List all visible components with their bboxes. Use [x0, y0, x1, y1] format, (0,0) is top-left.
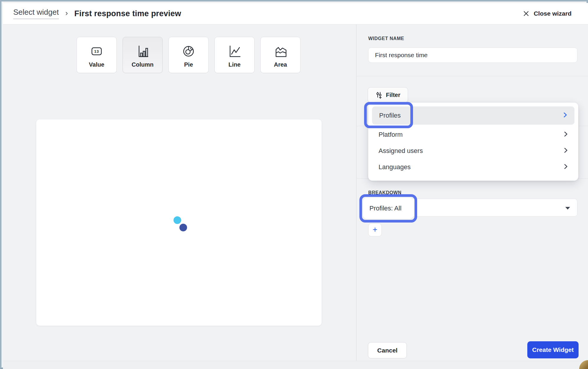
widget-wizard: Select widget › First response time prev…	[3, 3, 588, 369]
widget-type-label: Area	[274, 61, 287, 68]
filter-button-label: Filter	[386, 92, 400, 98]
window-frame: Select widget › First response time prev…	[0, 0, 588, 369]
widget-type-label: Value	[89, 61, 104, 68]
create-widget-label: Create Widget	[532, 346, 574, 353]
breadcrumb-select-widget[interactable]: Select widget	[13, 8, 59, 19]
menu-item-label: Profiles	[379, 112, 401, 119]
cancel-label: Cancel	[377, 347, 398, 354]
add-breakdown-button[interactable]: +	[368, 223, 382, 236]
menu-item-assigned-users[interactable]: Assigned users	[372, 143, 574, 159]
section-divider	[356, 76, 588, 76]
widget-type-label: Column	[132, 61, 153, 68]
chevron-right-icon	[563, 112, 567, 119]
menu-item-platform[interactable]: Platform	[372, 126, 574, 143]
menu-item-label: Platform	[379, 131, 403, 139]
wizard-header: Select widget › First response time prev…	[3, 3, 588, 24]
close-wizard-button[interactable]: Close wizard	[523, 10, 572, 17]
chart-preview-card	[36, 119, 322, 326]
menu-item-profiles[interactable]: Profiles	[372, 106, 574, 125]
page-title: First response time preview	[74, 9, 181, 18]
footer-strip	[3, 361, 588, 369]
chevron-right-icon	[564, 131, 568, 138]
line-chart-icon	[215, 45, 254, 58]
widget-type-label: Line	[228, 61, 240, 68]
area-chart-icon	[261, 45, 300, 58]
loading-dot	[179, 224, 187, 231]
svg-text:13: 13	[94, 49, 99, 54]
widget-type-pie[interactable]: Pie	[169, 37, 209, 73]
widget-type-area[interactable]: Area	[260, 37, 300, 73]
cancel-button[interactable]: Cancel	[368, 342, 407, 358]
widget-type-column[interactable]: Column	[123, 37, 163, 73]
widget-type-label: Pie	[184, 61, 193, 68]
breakdown-value-chip[interactable]: Profiles: All	[363, 198, 414, 219]
caret-down-icon	[565, 207, 570, 210]
filter-icon	[375, 91, 383, 99]
breadcrumb-separator-icon: ›	[65, 9, 68, 18]
widget-name-label: WIDGET NAME	[368, 36, 404, 41]
filter-button[interactable]: Filter	[368, 87, 408, 103]
close-wizard-label: Close wizard	[534, 10, 572, 17]
filter-dropdown-menu: Profiles Platform Assigned users Languag…	[368, 103, 578, 181]
pie-chart-icon	[169, 45, 208, 58]
loading-dot	[174, 216, 181, 224]
menu-item-label: Languages	[379, 163, 411, 171]
column-chart-icon	[123, 45, 162, 58]
create-widget-button[interactable]: Create Widget	[527, 341, 579, 358]
widget-name-input[interactable]	[368, 47, 577, 63]
breakdown-label: BREAKDOWN	[368, 190, 402, 195]
value-icon: 13	[77, 45, 116, 58]
chevron-right-icon	[564, 147, 568, 154]
widget-type-line[interactable]: Line	[214, 37, 255, 73]
plus-icon: +	[373, 225, 377, 234]
breakdown-value: Profiles: All	[369, 205, 402, 212]
menu-item-languages[interactable]: Languages	[372, 159, 574, 175]
widget-type-value[interactable]: 13 Value	[77, 37, 117, 73]
chevron-right-icon	[564, 164, 568, 171]
menu-item-label: Assigned users	[379, 147, 423, 155]
close-icon	[523, 10, 530, 17]
